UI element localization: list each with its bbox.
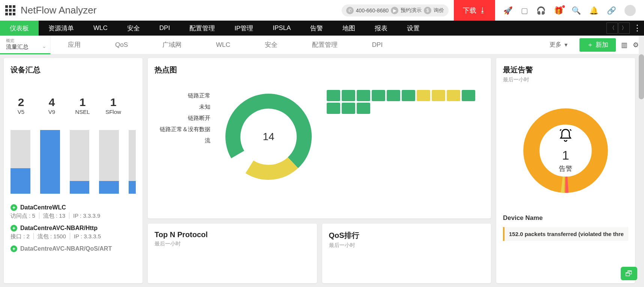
nav-settings[interactable]: 设置 <box>397 21 429 36</box>
subtab-config[interactable]: 配置管理 <box>295 40 355 49</box>
nav-dpi[interactable]: DPI <box>150 21 180 36</box>
add-button[interactable]: ＋ 新加 <box>579 38 616 52</box>
nav-security[interactable]: 安全 <box>117 21 150 36</box>
filter-icon[interactable]: ⚙ <box>633 41 639 49</box>
bell-icon[interactable]: 🔔 <box>589 6 599 15</box>
contact-pill: ✆ 400-660-8680 ▶ 预约演示 $ 询价 <box>342 4 449 16</box>
sub-nav: 概览 流量汇总 ⌄ 应用 QoS 广域网 WLC 安全 配置管理 DPI 更多 … <box>0 36 644 54</box>
nav-ip[interactable]: IP管理 <box>225 21 263 36</box>
subtab-more[interactable]: 更多 ▾ <box>543 41 574 49</box>
subtab-qos[interactable]: QoS <box>98 40 145 49</box>
nav-dashboard[interactable]: 仪表板 <box>0 21 39 36</box>
phone-number: 400-660-8680 <box>356 7 389 13</box>
subtab-app[interactable]: 应用 <box>51 40 98 49</box>
add-label: 新加 <box>596 40 608 49</box>
download-label: 下载 <box>463 6 476 15</box>
link-icon[interactable]: 🔗 <box>607 6 616 15</box>
subtab-wlc[interactable]: WLC <box>199 40 248 49</box>
subtab-wan[interactable]: 广域网 <box>145 40 199 49</box>
quote-link[interactable]: 询价 <box>434 7 444 14</box>
download-button[interactable]: 下载 ⭳ <box>454 0 495 21</box>
nav-config[interactable]: 配置管理 <box>180 21 225 36</box>
overview-selector[interactable]: 概览 流量汇总 ⌄ <box>0 36 51 54</box>
support-icon[interactable]: 🎧 <box>536 6 546 15</box>
app-title: NetFlow Analyzer <box>21 4 96 16</box>
chevron-down-icon: ⌄ <box>42 43 47 49</box>
avatar[interactable] <box>624 5 636 16</box>
subtab-dpi[interactable]: DPI <box>355 40 400 49</box>
nav-ipsla[interactable]: IPSLA <box>263 21 300 36</box>
demo-link[interactable]: 预约演示 <box>401 7 422 14</box>
header-icons: 🚀 ▢ 🎧 🎁 🔍 🔔 🔗 <box>495 5 644 16</box>
more-label: 更多 <box>549 41 561 49</box>
nav-wlc[interactable]: WLC <box>84 21 117 36</box>
nav-map[interactable]: 地图 <box>333 21 365 36</box>
nav-next-button[interactable]: 〉 <box>618 22 630 34</box>
nav-prev-button[interactable]: 〈 <box>606 22 618 34</box>
nav-more-button[interactable]: ⋮ <box>630 21 644 36</box>
nav-alarm[interactable]: 告警 <box>300 21 333 36</box>
subtab-security[interactable]: 安全 <box>248 40 295 49</box>
apps-menu-button[interactable] <box>0 5 21 15</box>
plus-icon: ＋ <box>587 40 593 49</box>
demo-icon: ▶ <box>391 7 398 14</box>
search-icon[interactable]: 🔍 <box>572 6 581 15</box>
nav-inventory[interactable]: 资源清单 <box>39 21 84 36</box>
phone-icon: ✆ <box>346 7 354 14</box>
quote-icon: $ <box>424 7 431 14</box>
top-header: NetFlow Analyzer ✆ 400-660-8680 ▶ 预约演示 $… <box>0 0 644 21</box>
download-icon: ⭳ <box>479 6 486 14</box>
gift-icon[interactable]: 🎁 <box>554 6 563 15</box>
main-nav: 仪表板 资源清单 WLC 安全 DPI 配置管理 IP管理 IPSLA 告警 地… <box>0 21 644 36</box>
apps-grid-icon <box>5 5 15 15</box>
caret-down-icon: ▾ <box>564 41 567 48</box>
rocket-icon[interactable]: 🚀 <box>503 6 513 15</box>
widget-layout-icon[interactable]: ▥ <box>621 41 627 49</box>
nav-report[interactable]: 报表 <box>365 21 397 36</box>
scrollbar[interactable] <box>639 36 644 54</box>
monitor-icon[interactable]: ▢ <box>521 6 528 15</box>
